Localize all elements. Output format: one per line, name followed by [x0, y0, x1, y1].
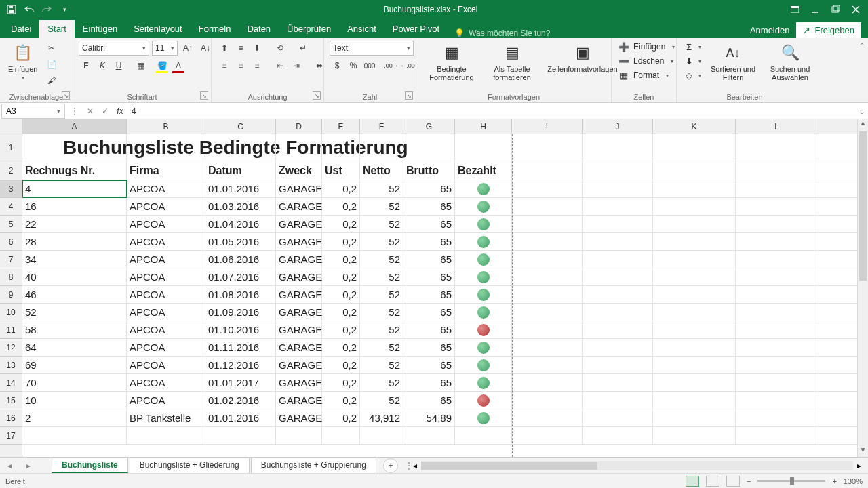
cell[interactable]: [455, 409, 512, 426]
row-header-11[interactable]: 11: [0, 321, 22, 339]
tab-file[interactable]: Datei: [3, 20, 39, 38]
cell[interactable]: 52: [360, 321, 403, 338]
cell[interactable]: [736, 357, 818, 373]
cell[interactable]: 01.01.2016: [205, 180, 276, 197]
cell[interactable]: GARAGE: [276, 374, 322, 391]
font-size-combo[interactable]: 11▾: [152, 41, 178, 56]
cell[interactable]: 65: [403, 339, 455, 356]
borders-icon[interactable]: ▦: [133, 58, 148, 73]
grow-font-icon[interactable]: A↑: [180, 41, 195, 56]
cell[interactable]: 65: [403, 374, 455, 391]
copy-icon[interactable]: 📄: [44, 57, 59, 72]
qat-customize-icon[interactable]: ▾: [58, 3, 71, 16]
cell[interactable]: [512, 180, 583, 197]
cell[interactable]: 01.11.2016: [205, 339, 276, 356]
format-as-table-button[interactable]: ▤ Als Tabelle formatieren: [486, 41, 538, 83]
hscroll-left-icon[interactable]: ◂: [413, 461, 417, 470]
column-header-L[interactable]: L: [736, 119, 818, 134]
number-launcher-icon[interactable]: ↘: [405, 92, 413, 100]
column-header-D[interactable]: D: [276, 119, 322, 134]
cell[interactable]: 52: [360, 216, 403, 232]
row-header-16[interactable]: 16: [0, 409, 22, 427]
fill-button[interactable]: ⬇▾: [682, 55, 703, 67]
orientation-icon[interactable]: ⟲: [273, 41, 288, 56]
cell[interactable]: [583, 304, 653, 321]
tab-power-pivot[interactable]: Power Pivot: [384, 20, 448, 38]
cell[interactable]: [653, 286, 736, 303]
expand-formula-bar-icon[interactable]: ⌄: [856, 106, 868, 116]
cell[interactable]: BP Tankstelle: [127, 409, 205, 426]
cell[interactable]: [583, 392, 653, 409]
cell[interactable]: 52: [360, 268, 403, 285]
row-header-6[interactable]: 6: [0, 233, 22, 251]
clipboard-launcher-icon[interactable]: ↘: [62, 92, 70, 100]
cell[interactable]: 52: [360, 233, 403, 250]
cell[interactable]: [736, 180, 818, 197]
cell[interactable]: 01.01.2016: [205, 409, 276, 426]
cell[interactable]: [583, 339, 653, 356]
cell[interactable]: [455, 392, 512, 409]
format-painter-icon[interactable]: 🖌: [44, 73, 59, 88]
vscroll-thumb[interactable]: [859, 131, 867, 281]
cell[interactable]: GARAGE: [276, 233, 322, 250]
cell[interactable]: Datum: [205, 161, 276, 180]
cell[interactable]: 0,2: [322, 286, 360, 303]
column-header-K[interactable]: K: [653, 119, 736, 134]
cell[interactable]: [403, 134, 455, 161]
cell[interactable]: [583, 180, 653, 197]
percent-format-icon[interactable]: %: [346, 58, 361, 73]
cell[interactable]: 65: [403, 233, 455, 250]
cell[interactable]: 01.01.2017: [205, 374, 276, 391]
maximize-icon[interactable]: [826, 2, 845, 17]
decrease-indent-icon[interactable]: ⇤: [273, 58, 288, 73]
cell[interactable]: 0,2: [322, 216, 360, 232]
cell[interactable]: GARAGE: [276, 321, 322, 338]
sort-filter-button[interactable]: A↓ Sortieren und Filtern: [707, 41, 760, 83]
cell[interactable]: [736, 286, 818, 303]
cell[interactable]: 34: [22, 251, 127, 268]
row-header-13[interactable]: 13: [0, 357, 22, 374]
cells-grid[interactable]: Buchungsliste Bedingte FormatierungRechn…: [22, 134, 857, 457]
cell[interactable]: GARAGE: [276, 198, 322, 215]
vertical-scrollbar[interactable]: ▲ ▼: [857, 119, 868, 457]
cell[interactable]: 52: [360, 180, 403, 197]
cell[interactable]: GARAGE: [276, 339, 322, 356]
formula-input[interactable]: 4: [127, 106, 856, 116]
cell[interactable]: [512, 374, 583, 391]
cell[interactable]: [736, 392, 818, 409]
cell[interactable]: [583, 374, 653, 391]
cell[interactable]: [653, 374, 736, 391]
cell[interactable]: 52: [360, 374, 403, 391]
number-format-combo[interactable]: Text▾: [330, 41, 414, 56]
cell[interactable]: [455, 233, 512, 250]
cell[interactable]: 01.07.2016: [205, 268, 276, 285]
font-name-combo[interactable]: Calibri▾: [79, 41, 149, 56]
cell[interactable]: [583, 198, 653, 215]
cell[interactable]: [455, 134, 512, 161]
cell[interactable]: [736, 233, 818, 250]
cell[interactable]: GARAGE: [276, 357, 322, 373]
cell[interactable]: GARAGE: [276, 392, 322, 409]
cell[interactable]: [736, 321, 818, 338]
cell[interactable]: 2: [22, 409, 127, 426]
cell[interactable]: [512, 409, 583, 426]
cell[interactable]: [653, 392, 736, 409]
cell[interactable]: [512, 216, 583, 232]
enter-formula-icon[interactable]: ✓: [98, 106, 113, 116]
cell[interactable]: Zweck: [276, 161, 322, 180]
cell[interactable]: GARAGE: [276, 304, 322, 321]
cell[interactable]: [736, 216, 818, 232]
cell[interactable]: [653, 180, 736, 197]
cell[interactable]: [455, 180, 512, 197]
zoom-out-icon[interactable]: −: [747, 477, 751, 485]
undo-icon[interactable]: [23, 3, 35, 16]
cell[interactable]: [455, 357, 512, 373]
format-cells-button[interactable]: ▦Format▾: [617, 69, 676, 81]
cell[interactable]: 52: [360, 392, 403, 409]
cell[interactable]: [22, 427, 127, 444]
cell[interactable]: GARAGE: [276, 251, 322, 268]
row-header-4[interactable]: 4: [0, 198, 22, 216]
cell[interactable]: 64: [22, 339, 127, 356]
cell[interactable]: Rechnugs Nr.: [22, 161, 127, 180]
align-center-icon[interactable]: ≡: [233, 58, 248, 73]
